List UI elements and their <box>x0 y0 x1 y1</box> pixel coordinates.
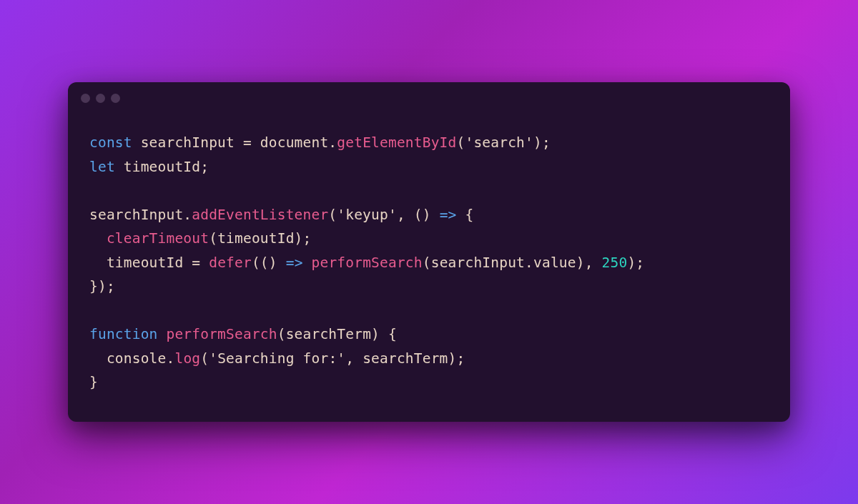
code-token: ( <box>328 207 337 223</box>
code-token: => <box>440 207 457 223</box>
code-token: 'Searching for:' <box>209 350 345 367</box>
code-token: searchInput <box>89 207 183 223</box>
code-token: { <box>388 326 397 342</box>
code-token: timeoutId <box>124 159 200 175</box>
code-token: getElementById <box>337 134 456 151</box>
code-token <box>89 255 107 271</box>
code-token: . <box>183 207 192 223</box>
window-titlebar <box>68 82 790 114</box>
code-token: log <box>174 350 200 367</box>
code-token: ( <box>423 255 431 271</box>
code-token: ; <box>200 159 209 175</box>
code-token: ); <box>627 255 644 271</box>
code-token: const <box>89 134 132 151</box>
code-token: }); <box>89 278 115 295</box>
code-token: ( <box>209 230 217 247</box>
code-token: timeoutId <box>217 230 294 247</box>
code-token: ( <box>277 326 286 342</box>
code-token: 'keyup' <box>337 207 397 223</box>
code-token: => <box>286 255 303 271</box>
code-token: clearTimeout <box>107 230 209 247</box>
code-token: let <box>89 159 115 175</box>
code-token: ( <box>252 255 260 271</box>
code-token: searchInput <box>141 134 235 151</box>
code-token: defer <box>209 255 252 271</box>
code-token: addEventListener <box>192 207 328 223</box>
code-token: searchInput <box>431 255 525 271</box>
code-editor[interactable]: const searchInput = document.getElementB… <box>68 114 790 422</box>
code-token: performSearch <box>312 255 423 271</box>
code-window: const searchInput = document.getElementB… <box>68 82 790 422</box>
code-token <box>457 207 465 223</box>
code-token: , <box>345 350 363 367</box>
code-token: () <box>414 207 431 223</box>
code-token <box>158 326 167 342</box>
code-token <box>89 230 107 247</box>
code-token: ); <box>295 230 312 247</box>
code-token: = <box>183 255 209 271</box>
code-token: document <box>260 134 329 151</box>
code-token: , <box>397 207 414 223</box>
code-token <box>89 350 107 367</box>
code-token: searchTerm <box>286 326 371 342</box>
code-token: function <box>89 326 158 342</box>
code-token <box>277 255 286 271</box>
code-token: console <box>107 350 167 367</box>
code-token: . <box>166 350 174 367</box>
code-token: = <box>235 134 260 151</box>
code-token: . <box>525 255 533 271</box>
minimize-icon[interactable] <box>96 94 105 103</box>
code-token <box>303 255 312 271</box>
code-token: ); <box>448 350 465 367</box>
code-token: ); <box>533 134 551 151</box>
code-token: { <box>465 207 473 223</box>
code-token: ( <box>200 350 209 367</box>
maximize-icon[interactable] <box>111 94 120 103</box>
code-token <box>431 207 440 223</box>
code-token: ) <box>371 326 388 342</box>
code-token: , <box>585 255 602 271</box>
code-token: 250 <box>602 255 628 271</box>
code-token: timeoutId <box>107 255 183 271</box>
close-icon[interactable] <box>81 94 90 103</box>
code-token: searchTerm <box>363 350 448 367</box>
code-token: performSearch <box>166 326 277 342</box>
code-token: ) <box>576 255 585 271</box>
code-token: 'search' <box>465 134 533 151</box>
code-token: () <box>260 255 277 271</box>
code-token: value <box>533 255 576 271</box>
code-token: . <box>328 134 337 151</box>
code-token: } <box>89 374 98 390</box>
code-token: ( <box>456 134 465 151</box>
